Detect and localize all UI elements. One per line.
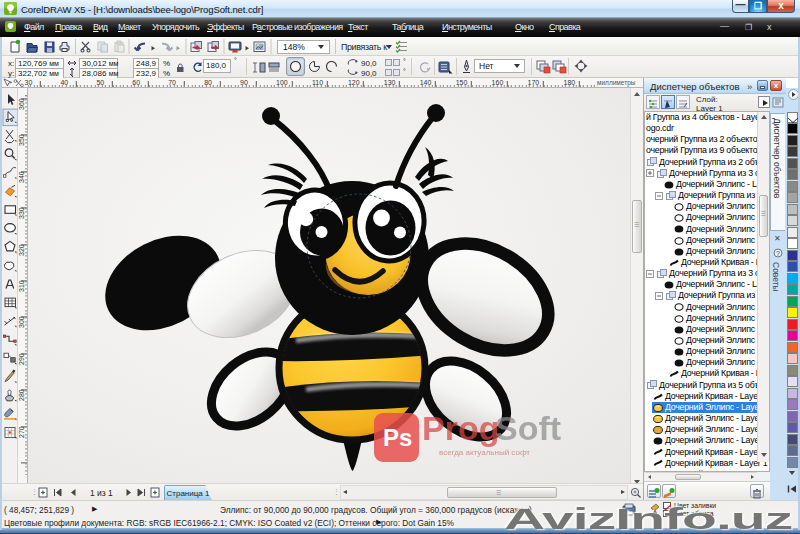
- svg-text:Prog: Prog: [422, 409, 499, 447]
- svg-text:?: ?: [776, 250, 780, 257]
- svg-text:Ps: Ps: [383, 424, 412, 451]
- svg-text:Soft: Soft: [495, 409, 561, 447]
- svg-text:всегда актуальный софт: всегда актуальный софт: [439, 448, 530, 457]
